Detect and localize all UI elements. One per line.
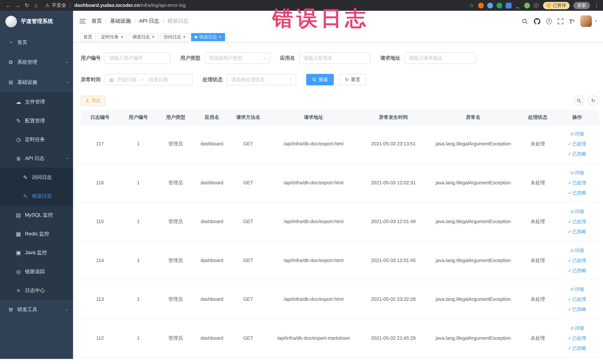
blue-drop-extension-icon[interactable] — [487, 2, 493, 8]
row-action-ignored[interactable]: ✓已忽略 — [557, 227, 598, 237]
breadcrumb-item[interactable]: API 日志 — [139, 18, 159, 24]
row-action-detail[interactable]: ⊙详细 — [557, 168, 598, 178]
bookmark-star-icon[interactable]: ☆ — [469, 2, 474, 8]
row-action-ignored[interactable]: ✓已忽略 — [557, 304, 598, 314]
sidebar-item-api-logs[interactable]: ≣API 日志› — [0, 149, 73, 168]
cell-url: /api/infra/db-doc/export-markdown — [266, 319, 361, 358]
row-action-processed[interactable]: ✓已处理 — [557, 217, 598, 227]
browser-forward-icon[interactable]: → — [13, 2, 23, 8]
exception-time-range-picker[interactable]: ▦ 开始日期 - 结束日期 — [105, 74, 193, 85]
sidebar-item-access-logs[interactable]: ✎访问日志 — [0, 168, 73, 187]
row-action-ignored[interactable]: ✓已忽略 — [557, 266, 598, 276]
tab-close-icon[interactable]: × — [121, 35, 123, 39]
sidebar-item-infrastructure[interactable]: ⊞基础设施› — [0, 72, 73, 92]
export-button[interactable]: 导出 — [81, 96, 105, 106]
search-button[interactable]: 搜索 — [306, 74, 334, 85]
sidebar-item-scheduled-jobs[interactable]: ◷定时任务 — [0, 130, 73, 149]
font-size-icon[interactable]: TT — [569, 18, 575, 24]
chevron-up-icon: › — [64, 157, 70, 159]
request-url-input[interactable] — [405, 52, 476, 64]
sidebar-item-dev-tools[interactable]: ⚒研发工具› — [0, 300, 73, 320]
cell-user-type: 管理员 — [158, 163, 194, 202]
sidebar-item-config-management[interactable]: ✎配置管理 — [0, 111, 73, 130]
row-action-processed[interactable]: ✓已处理 — [557, 178, 598, 188]
sidebar-toggle-hamburger-icon[interactable] — [79, 18, 86, 24]
view-icon: ⊙ — [570, 170, 574, 175]
sidebar-item-mysql-monitor[interactable]: ▤MySQL 监控 — [0, 205, 73, 224]
cell-log-id: 114 — [81, 241, 119, 280]
tab-scheduled-jobs[interactable]: 定时任务× — [98, 33, 127, 41]
tab-close-icon[interactable]: × — [183, 35, 186, 39]
browser-back-icon[interactable]: ← — [4, 2, 13, 8]
row-action-processed[interactable]: ✓已处理 — [557, 294, 598, 304]
update-button-label: 更新 — [577, 2, 586, 8]
proxy-on-extension-icon[interactable]: on — [515, 2, 521, 8]
row-action-processed[interactable]: ✓已处理 — [557, 333, 598, 343]
orange-ball-extension-icon[interactable] — [478, 2, 484, 8]
browser-menu-kebab-icon[interactable]: ⋮ — [594, 2, 599, 8]
sidebar-item-label: 链路追踪 — [25, 268, 45, 275]
check-icon: ✓ — [568, 307, 571, 312]
row-action-ignored[interactable]: ✓已忽略 — [557, 188, 598, 198]
browser-home-icon[interactable]: ⌂ — [32, 2, 41, 8]
sidebar-item-system-management[interactable]: ⚙系统管理› — [0, 52, 73, 72]
url-host[interactable]: dashboard.yudao.iocoder.cn — [74, 3, 140, 8]
start-date-placeholder: 开始日期 — [117, 76, 136, 83]
row-action-detail[interactable]: ⊙详细 — [557, 323, 598, 333]
table-header-row: 日志编号用户编号用户类型应用名请求方法名请求地址异常发生时间异常名处理状态操作 — [81, 110, 599, 124]
blue-grid-extension-icon[interactable] — [506, 2, 511, 8]
toggle-search-button[interactable] — [574, 95, 584, 106]
row-action-detail[interactable]: ⊙详细 — [557, 246, 598, 256]
site-security-chip[interactable]: ⚠ 不安全 — [46, 2, 66, 9]
search-icon — [577, 98, 581, 103]
sidebar-item-log-center[interactable]: ≡日志中心 — [0, 281, 73, 300]
breadcrumb-item[interactable]: 首页 — [92, 18, 102, 24]
sidebar-item-home[interactable]: ◔首页 — [0, 32, 73, 52]
row-action-processed[interactable]: ✓已处理 — [557, 139, 598, 149]
sidebar-item-error-logs[interactable]: ✎错误日志 — [0, 187, 73, 205]
green-check-extension-icon[interactable] — [496, 2, 502, 8]
edit-doc-icon: ✎ — [22, 174, 28, 180]
row-action-ignored[interactable]: ✓已忽略 — [557, 149, 598, 159]
cell-user-type: 管理员 — [158, 124, 194, 163]
reset-button[interactable]: ↻ 重置 — [339, 74, 366, 85]
profile-paused-badge[interactable]: 已暂停 — [543, 2, 569, 9]
tab-schedule-log[interactable]: 调度日志× — [129, 33, 158, 41]
process-status-select[interactable]: 请选择处理状态 › — [227, 74, 296, 85]
user-id-input[interactable] — [105, 52, 170, 64]
app-name-input[interactable] — [299, 52, 370, 64]
avatar-caret-down-icon[interactable]: ▾ — [595, 19, 597, 23]
cell-user-id: 1 — [119, 319, 158, 358]
chevron-down-icon: › — [64, 309, 70, 311]
row-action-ignored[interactable]: ✓已忽略 — [557, 343, 598, 353]
url-path[interactable]: /infra/log/api-error-log — [140, 3, 186, 8]
breadcrumb-item[interactable]: 基础设施 — [110, 18, 131, 24]
github-icon[interactable] — [534, 18, 540, 24]
browser-reload-icon[interactable]: ↻ — [22, 2, 32, 8]
tab-access-log[interactable]: 访问日志× — [160, 33, 189, 41]
sidebar-item-trace[interactable]: ◎链路追踪 — [0, 262, 73, 281]
refresh-table-button[interactable]: ↻ — [588, 95, 598, 106]
row-action-detail[interactable]: ⊙详细 — [557, 207, 598, 217]
help-icon[interactable]: ? — [546, 18, 552, 24]
app-logo[interactable]: 芋道管理系统 — [0, 11, 73, 32]
sidebar-item-file-management[interactable]: ☁文件管理 — [0, 92, 73, 111]
row-action-detail[interactable]: ⊙详细 — [557, 284, 598, 294]
check-icon: ✓ — [568, 346, 571, 351]
tab-close-icon[interactable]: × — [152, 35, 155, 39]
search-icon[interactable] — [522, 18, 528, 24]
browser-update-button[interactable]: 更新 — [573, 2, 590, 9]
tab-close-icon[interactable]: × — [219, 35, 222, 39]
tab-error-log[interactable]: 错误日志× — [191, 33, 225, 41]
row-action-processed[interactable]: ✓已处理 — [557, 256, 598, 266]
tab-home[interactable]: 首页 — [80, 33, 96, 41]
download-icon — [85, 98, 90, 103]
sidebar-item-redis-monitor[interactable]: ▦Redis 监控 — [0, 224, 73, 243]
fullscreen-icon[interactable] — [557, 18, 563, 24]
row-action-detail[interactable]: ⊙详细 — [557, 129, 598, 139]
user-avatar[interactable] — [580, 15, 592, 27]
sidebar-item-java-monitor[interactable]: ▣Java 监控 — [0, 243, 73, 262]
dark-paw-extension-icon[interactable] — [533, 2, 539, 8]
green-leaf-extension-icon[interactable] — [524, 2, 530, 8]
user-type-select[interactable]: 请选择用户类型 › — [205, 52, 270, 64]
